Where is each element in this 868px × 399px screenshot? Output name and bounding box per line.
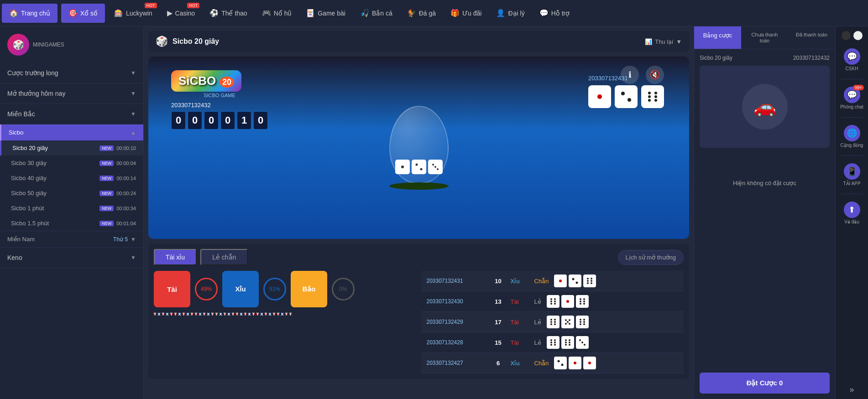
nav-label: Xổ số [80, 10, 98, 17]
separator [841, 155, 863, 156]
luckywin-icon: 🎰 [114, 9, 123, 17]
bao-label: Bảo [303, 285, 316, 293]
nav-dai-ly[interactable]: 👤 Đại lý [489, 0, 532, 26]
dice-3 [428, 160, 443, 174]
nav-luckywin[interactable]: 🎰 Luckywin HOT [107, 0, 160, 26]
history-dot: T [285, 313, 288, 315]
cards-icon: 🃏 [306, 9, 315, 17]
nav-label: Đại lý [508, 10, 524, 17]
sidebar-mo-thuong[interactable]: Mở thưởng hôm nay ▼ [0, 83, 143, 104]
game-area: 🎲 Sicbo 20 giây 📊 Thu lại ▼ SiCBO 20 SIC… [144, 26, 694, 399]
prev-dice-row [588, 85, 664, 108]
tab-lechan[interactable]: Lẻ chẵn [200, 249, 248, 265]
thu-lai-button[interactable]: 📊 Thu lại ▼ [645, 38, 682, 45]
svg-point-43 [565, 319, 567, 321]
place-bet-button[interactable]: Đặt Cược 0 [700, 373, 830, 394]
countdown-time: 00:00:04 [116, 161, 136, 166]
sports-icon: ⚽ [209, 9, 219, 17]
sidebar-mien-bac[interactable]: Miền Bắc ▼ [0, 104, 143, 124]
svg-point-30 [566, 300, 569, 303]
thu-lai-label: Thu lại [655, 38, 673, 45]
separator [841, 117, 863, 118]
cskh-label: CSKH [846, 66, 858, 72]
nav-ho-tro[interactable]: 💬 Hỗ trợ [532, 0, 577, 26]
ve-dau-button[interactable]: ⬆ Về đầu [838, 198, 866, 228]
mini-games-logo: 🎲 [7, 34, 29, 56]
history-tx: Xỉu [511, 278, 529, 285]
xiu-button[interactable]: Xỉu [222, 271, 259, 307]
nav-the-thao[interactable]: ⚽ Thể thao [202, 0, 254, 26]
nav-label: Đá gà [419, 10, 436, 17]
cskh-button[interactable]: 💬 CSKH [838, 45, 866, 75]
history-dot: T [232, 313, 234, 315]
sub-item-label: Sicbo 20 giây [12, 145, 48, 151]
sidebar-sicbo-20-giay[interactable]: Sicbo 20 giây NEW 00:00:10 [0, 140, 143, 155]
history-dice [576, 295, 589, 308]
nav-xo-so[interactable]: 🎯 Xổ số [61, 4, 105, 23]
svg-point-66 [579, 339, 581, 341]
svg-point-28 [550, 303, 552, 305]
history-id: 203307132431 [427, 278, 486, 284]
svg-point-45 [567, 321, 569, 323]
svg-point-42 [554, 323, 556, 325]
nav-trang-chu[interactable]: 🏠 Trang chủ [2, 4, 58, 23]
sidebar-sicbo-50-giay[interactable]: Sicbo 50 giây NEW 00:00:24 [0, 186, 143, 201]
sub-item-label: Sicbo 50 giây [11, 190, 47, 197]
history-dot: X [269, 313, 271, 315]
phong-chat-button[interactable]: 💬 Phòng chat 99+ [838, 83, 866, 114]
svg-point-12 [654, 95, 657, 98]
sidebar-mien-nam[interactable]: Miền Nam Thứ 5 ▼ [0, 231, 143, 247]
far-right-panel: 💬 CSKH 💬 Phòng chat 99+ 🌐 Cộng đồng 📱 TẢ… [835, 26, 868, 399]
nav-da-ga[interactable]: 🐓 Đá gà [400, 0, 443, 26]
sidebar-sicbo-1-5-phut[interactable]: Sicbo 1.5 phút NEW 00:01:04 [0, 216, 143, 231]
tab-da-thanh-toan[interactable]: Đã thanh toán [788, 26, 835, 49]
bet-buttons-row: Tài 49% Xỉu 51% Bảo [154, 271, 417, 307]
dome-shape [389, 106, 449, 183]
svg-point-25 [554, 298, 556, 300]
table-row: 203307132429 17 Tài Lẻ [421, 312, 684, 332]
svg-point-58 [550, 344, 552, 346]
cskh-icon: 💬 [844, 48, 860, 65]
nav-game-bai[interactable]: 🃏 Game bài [298, 0, 353, 26]
history-dice [576, 316, 589, 328]
tai-button[interactable]: Tài [154, 271, 190, 307]
nav-label: Nổ hũ [274, 10, 292, 17]
tab-chua-thanh-toan[interactable]: Chưa thanh toán [741, 26, 788, 49]
panel-tabs: Bảng cược Chưa thanh toán Đã thanh toán [694, 26, 835, 49]
tab-taixiu[interactable]: Tài xỉu [154, 249, 197, 265]
nav-no-hu[interactable]: 🎮 Nổ hũ [255, 0, 299, 26]
nav-uu-dai[interactable]: 🎁 Ưu đãi [443, 0, 489, 26]
sidebar-keno[interactable]: Keno ▼ [0, 248, 143, 268]
history-dot: T [215, 313, 218, 315]
car-icon: 🚗 [753, 96, 776, 118]
bet-image-placeholder: 🚗 [700, 66, 830, 148]
table-row: 203307132431 10 Xỉu Chẵn [421, 271, 684, 291]
table-row: 203307132427 6 Xỉu Chẵn [421, 353, 684, 373]
agent-icon: 👤 [496, 9, 505, 17]
tai-app-button[interactable]: 📱 TẢI APP [838, 160, 866, 190]
history-dot: T [277, 313, 279, 315]
support-icon: 💬 [539, 9, 549, 17]
history-num: 17 [492, 319, 505, 326]
sidebar-cuoc-truong-long[interactable]: Cược trường long ▼ [0, 63, 143, 83]
sidebar-sicbo-30-giay[interactable]: Sicbo 30 giây NEW 00:00:04 [0, 155, 143, 171]
history-tx: Xỉu [511, 360, 529, 367]
expand-button[interactable]: » [849, 385, 854, 394]
nav-ban-ca[interactable]: 🎣 Bắn cá [353, 0, 400, 26]
history-dot: T [203, 313, 205, 315]
history-button[interactable]: Lịch sử mở thưởng [618, 250, 684, 265]
bet-game-label: Sicbo 20 giây [700, 55, 732, 61]
history-dot: X [166, 313, 168, 315]
sidebar-sicbo-40-giay[interactable]: Sicbo 40 giây NEW 00:00:14 [0, 171, 143, 186]
cong-dong-button[interactable]: 🌐 Cộng đồng [838, 121, 866, 152]
sidebar: 🎲 MINIGAMES Cược trường long ▼ Mở thưởng… [0, 26, 144, 399]
main-layout: 🎲 MINIGAMES Cược trường long ▼ Mở thưởng… [0, 26, 868, 399]
bet-avatar-placeholder: 🚗 [742, 84, 788, 130]
tab-bang-cuoc[interactable]: Bảng cược [694, 26, 741, 49]
svg-point-71 [574, 362, 576, 364]
sidebar-sicbo[interactable]: Sicbo ▲ [0, 124, 143, 140]
bao-button[interactable]: Bảo [291, 271, 327, 307]
sidebar-sicbo-1-phut[interactable]: Sicbo 1 phút NEW 00:00:34 [0, 201, 143, 216]
history-dot: X [240, 313, 242, 315]
nav-casino[interactable]: ▶ Casino HOT [160, 0, 203, 26]
